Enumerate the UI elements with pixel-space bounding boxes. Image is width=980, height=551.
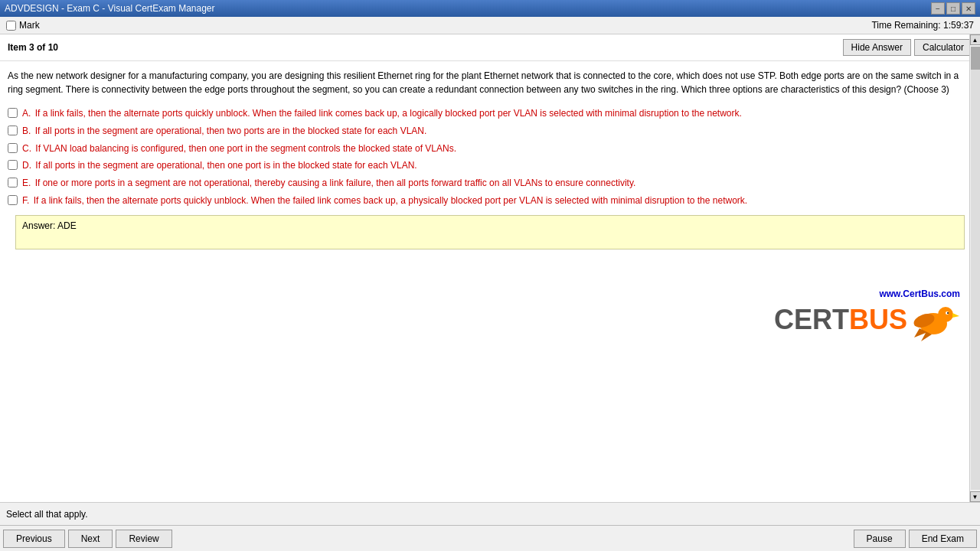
option-checkbox-f[interactable] [8, 195, 18, 205]
time-remaining: Time Remaining: 1:59:37 [871, 20, 974, 31]
window-title: ADVDESIGN - Exam C - Visual CertExam Man… [5, 3, 215, 14]
certbus-url: www.CertBus.com [774, 289, 960, 299]
mark-checkbox-area: Mark [6, 20, 40, 31]
maximize-button[interactable]: □ [946, 2, 960, 15]
item-header: Item 3 of 10 Hide Answer Calculator [0, 34, 980, 61]
svg-point-6 [947, 312, 949, 314]
option-row-e: E. If one or more ports in a segment are… [8, 177, 972, 190]
svg-marker-2 [952, 313, 959, 318]
right-nav: Pause End Exam [854, 530, 977, 548]
answer-text: Answer: ADE [22, 220, 77, 231]
bus-text: BUS [849, 304, 907, 336]
option-checkbox-a[interactable] [8, 108, 18, 118]
cert-text: CERT [774, 304, 849, 336]
certbus-bird-icon [910, 299, 960, 341]
option-row-b: B. If all ports in the segment are opera… [8, 125, 972, 138]
content-area: Item 3 of 10 Hide Answer Calculator As t… [0, 34, 980, 502]
end-exam-button[interactable]: End Exam [909, 530, 977, 548]
certbus-brand: CERT BUS [774, 299, 960, 341]
mark-checkbox[interactable] [6, 21, 16, 31]
scroll-thumb[interactable] [971, 47, 980, 70]
option-checkbox-b[interactable] [8, 126, 18, 135]
scrollbar[interactable]: ▲ ▼ [969, 34, 980, 502]
answer-box: Answer: ADE [15, 215, 965, 249]
pause-button[interactable]: Pause [854, 530, 906, 548]
question-area: As the new network designer for a manufa… [0, 61, 980, 502]
option-row-a: A. If a link fails, then the alternate p… [8, 107, 972, 120]
title-bar: ADVDESIGN - Exam C - Visual CertExam Man… [0, 0, 980, 17]
title-bar-buttons: − □ ✕ [931, 2, 975, 15]
scroll-track[interactable] [971, 47, 980, 490]
nav-bar: Previous Next Review Pause End Exam [0, 525, 980, 551]
mark-label[interactable]: Mark [19, 20, 40, 31]
option-label-e: E. If one or more ports in a segment are… [22, 177, 635, 190]
next-button[interactable]: Next [68, 530, 113, 548]
previous-button[interactable]: Previous [3, 530, 65, 548]
svg-point-1 [938, 307, 953, 322]
option-checkbox-d[interactable] [8, 160, 18, 170]
hide-answer-button[interactable]: Hide Answer [843, 39, 911, 56]
option-checkbox-e[interactable] [8, 178, 18, 187]
option-row-d: D. If all ports in the segment are opera… [8, 159, 972, 172]
scroll-down-arrow[interactable]: ▼ [970, 491, 981, 502]
review-button[interactable]: Review [116, 530, 172, 548]
option-row-c: C. If VLAN load balancing is configured,… [8, 142, 972, 155]
option-label-a: A. If a link fails, then the alternate p… [22, 107, 742, 120]
bottom-hint: Select all that apply. [6, 509, 974, 520]
main-wrapper: Item 3 of 10 Hide Answer Calculator As t… [0, 34, 980, 502]
toolbar: Mark Time Remaining: 1:59:37 [0, 17, 980, 34]
option-label-f: F. If a link fails, then the alternate p… [22, 194, 747, 207]
option-label-c: C. If VLAN load balancing is configured,… [22, 142, 456, 155]
option-label-b: B. If all ports in the segment are opera… [22, 125, 426, 138]
option-label-d: D. If all ports in the segment are opera… [22, 159, 417, 172]
calculator-button[interactable]: Calculator [914, 39, 972, 56]
minimize-button[interactable]: − [931, 2, 945, 15]
item-number: Item 3 of 10 [8, 42, 58, 53]
logo-area: www.CertBus.com CERT BUS [8, 257, 972, 349]
left-nav: Previous Next Review [3, 530, 172, 548]
scroll-up-arrow[interactable]: ▲ [970, 34, 981, 45]
option-row-f: F. If a link fails, then the alternate p… [8, 194, 972, 207]
option-checkbox-c[interactable] [8, 143, 18, 153]
question-text: As the new network designer for a manufa… [8, 69, 972, 96]
certbus-logo: www.CertBus.com CERT BUS [774, 289, 960, 341]
close-button[interactable]: ✕ [962, 2, 975, 15]
header-buttons: Hide Answer Calculator [843, 39, 972, 56]
bottom-bar: Select all that apply. [0, 502, 980, 525]
